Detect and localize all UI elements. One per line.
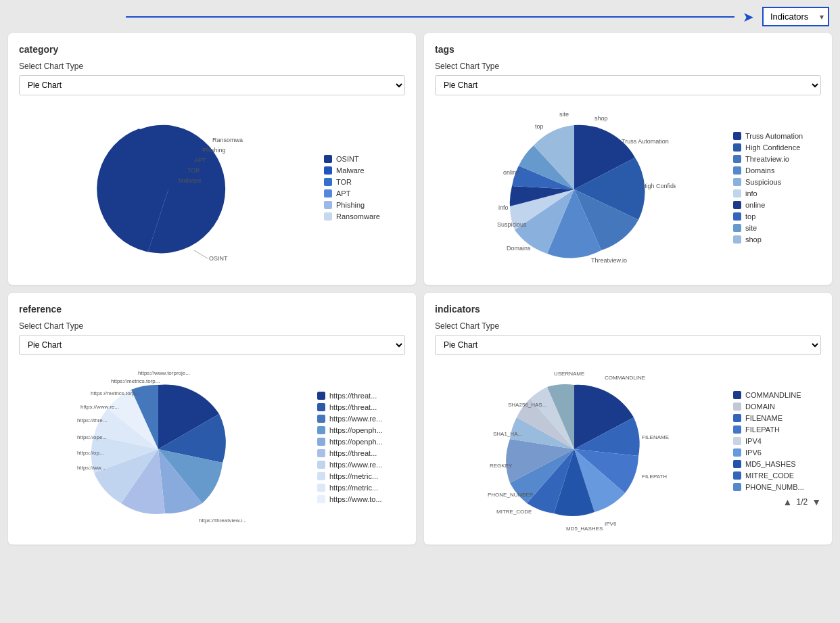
svg-text:FILEPATH: FILEPATH bbox=[642, 474, 667, 480]
svg-text:Truss Automation: Truss Automation bbox=[622, 138, 669, 145]
legend-item-threatview: Threatview.io bbox=[733, 155, 821, 163]
legend-item-highconf: High Confidence bbox=[733, 143, 821, 152]
svg-text:https://ope...: https://ope... bbox=[77, 434, 107, 440]
reference-chart-type-select[interactable]: Pie Chart Bar Chart Line Chart bbox=[19, 335, 405, 355]
svg-text:top: top bbox=[535, 123, 544, 130]
legend-item-top: top bbox=[733, 212, 821, 221]
svg-text:site: site bbox=[559, 111, 569, 118]
category-chart-type-label: Select Chart Type bbox=[19, 62, 405, 71]
legend-item-ransomware: Ransomware bbox=[324, 212, 405, 221]
legend-item-tor: TOR bbox=[324, 178, 405, 186]
svg-text:APT: APT bbox=[194, 157, 206, 164]
reference-card: reference Select Chart Type Pie Chart Ba… bbox=[8, 293, 416, 545]
category-legend: OSINT Malware TOR APT Phishing bbox=[324, 155, 405, 224]
svg-text:info: info bbox=[498, 204, 509, 211]
page-indicator: 1/2 bbox=[796, 497, 808, 507]
legend-item-online: online bbox=[733, 201, 821, 209]
tags-chart-area: shop site top online info Suspicious Dom… bbox=[435, 105, 821, 274]
next-page-button[interactable]: ▼ bbox=[812, 497, 821, 507]
top-bar-line bbox=[126, 16, 734, 18]
category-pie: Ransomware Phishing APT TOR Malware OSIN… bbox=[19, 115, 317, 264]
svg-text:https://www.re...: https://www.re... bbox=[80, 404, 119, 410]
legend-item-domains: Domains bbox=[733, 166, 821, 175]
svg-text:REGKEY: REGKEY bbox=[490, 463, 513, 469]
pagination: ▲ 1/2 ▼ bbox=[733, 497, 821, 507]
svg-text:PHONE_NUMBER: PHONE_NUMBER bbox=[488, 492, 534, 498]
reference-chart-area: https://www.torproje... https://metrics.… bbox=[19, 365, 405, 534]
reference-pie: https://www.torproje... https://metrics.… bbox=[19, 368, 310, 530]
prev-page-button[interactable]: ▲ bbox=[783, 497, 793, 507]
indicators-dropdown[interactable]: Indicators bbox=[762, 7, 829, 26]
svg-text:High Confidence: High Confidence bbox=[642, 183, 676, 189]
indicators-chart-type-label: Select Chart Type bbox=[435, 321, 821, 331]
tags-card: tags Select Chart Type Pie Chart Bar Cha… bbox=[424, 33, 832, 285]
legend-item-phishing: Phishing bbox=[324, 201, 405, 209]
reference-chart-type-label: Select Chart Type bbox=[19, 321, 405, 331]
svg-text:https://threatview.i...: https://threatview.i... bbox=[199, 517, 247, 524]
indicators-chart-area: SHA256_HAS... USERNAME COMMANDLINE FILEN… bbox=[435, 365, 821, 534]
legend-item-suspicious: Suspicious bbox=[733, 178, 821, 186]
svg-text:USERNAME: USERNAME bbox=[554, 371, 584, 377]
svg-text:FILENAME: FILENAME bbox=[642, 434, 669, 440]
svg-text:SHA256_HAS...: SHA256_HAS... bbox=[508, 402, 546, 408]
svg-text:Suspicious: Suspicious bbox=[497, 221, 527, 228]
tags-pie: shop site top online info Suspicious Dom… bbox=[435, 108, 726, 271]
svg-text:Domains: Domains bbox=[507, 245, 531, 252]
legend-item-osint: OSINT bbox=[324, 155, 405, 163]
svg-text:COMMANDLINE: COMMANDLINE bbox=[605, 375, 645, 381]
svg-text:Ransomware: Ransomware bbox=[212, 137, 243, 143]
svg-text:Threatview.io: Threatview.io bbox=[591, 257, 627, 264]
indicators-pie: SHA256_HAS... USERNAME COMMANDLINE FILEN… bbox=[435, 365, 726, 534]
tags-chart-type-label: Select Chart Type bbox=[435, 62, 821, 71]
tags-chart-type-select[interactable]: Pie Chart Bar Chart Line Chart bbox=[435, 75, 821, 95]
svg-text:https://metrics.torp...: https://metrics.torp... bbox=[91, 390, 139, 396]
svg-text:SHA1_HA...: SHA1_HA... bbox=[493, 431, 522, 437]
legend-item-malware: Malware bbox=[324, 166, 405, 175]
svg-text:TOR: TOR bbox=[187, 167, 200, 174]
svg-text:online: online bbox=[503, 169, 519, 176]
tags-legend: Truss Automation High Confidence Threatv… bbox=[733, 132, 821, 247]
legend-item-truss: Truss Automation bbox=[733, 132, 821, 140]
indicators-title: indicators bbox=[435, 304, 821, 315]
reference-title: reference bbox=[19, 304, 405, 315]
legend-item-shop: shop bbox=[733, 235, 821, 244]
svg-text:https://op...: https://op... bbox=[77, 450, 104, 456]
svg-text:Malware: Malware bbox=[179, 177, 202, 184]
svg-text:https://ww...: https://ww... bbox=[77, 465, 106, 471]
category-chart-area: Ransomware Phishing APT TOR Malware OSIN… bbox=[19, 105, 405, 274]
svg-text:https://www.torproje...: https://www.torproje... bbox=[138, 370, 190, 376]
svg-text:https://metrics.torp...: https://metrics.torp... bbox=[111, 378, 160, 384]
indicators-legend: COMMANDLINE DOMAIN FILENAME FILEPATH IPV… bbox=[733, 391, 821, 507]
tags-title: tags bbox=[435, 44, 821, 55]
svg-text:IPV6: IPV6 bbox=[605, 521, 617, 527]
legend-item-info: info bbox=[733, 189, 821, 198]
category-card: category Select Chart Type Pie Chart Bar… bbox=[8, 33, 416, 285]
reference-legend: https://threat... https://threat... http… bbox=[317, 392, 405, 507]
svg-text:https://thre...: https://thre... bbox=[77, 417, 107, 423]
legend-item-apt: APT bbox=[324, 189, 405, 198]
category-title: category bbox=[19, 44, 405, 55]
category-chart-type-select[interactable]: Pie Chart Bar Chart Line Chart bbox=[19, 75, 405, 95]
svg-text:MITRE_CODE: MITRE_CODE bbox=[496, 509, 532, 515]
svg-text:OSINT: OSINT bbox=[209, 255, 228, 262]
svg-text:shop: shop bbox=[594, 115, 608, 122]
arrow-icon: ➤ bbox=[743, 9, 754, 25]
svg-line-6 bbox=[194, 250, 208, 258]
svg-text:Phishing: Phishing bbox=[202, 147, 226, 154]
svg-text:MD5_HASHES: MD5_HASHES bbox=[566, 526, 603, 532]
indicators-card: indicators Select Chart Type Pie Chart B… bbox=[424, 293, 832, 545]
legend-item-site: site bbox=[733, 224, 821, 232]
indicators-chart-type-select[interactable]: Pie Chart Bar Chart Line Chart bbox=[435, 335, 821, 355]
